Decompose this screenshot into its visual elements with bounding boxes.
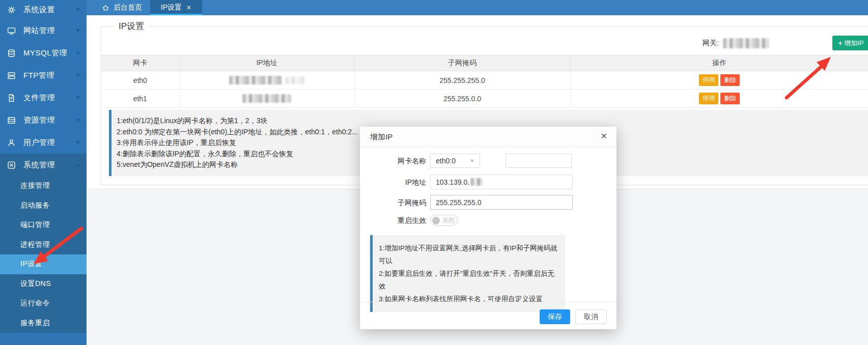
mask-cell: 255.255.0.0 xyxy=(354,90,570,108)
restart-row: 重启生效 关闭 xyxy=(360,215,617,226)
toggle-knob-icon xyxy=(432,217,440,224)
plus-icon: + xyxy=(838,39,843,47)
column-header: 子网掩码 xyxy=(354,55,570,71)
chevron-down-icon: ▼ xyxy=(75,95,81,100)
chevron-up-icon: ▲ xyxy=(75,162,81,167)
sidebar-subitem-运行命令[interactable]: 运行命令 xyxy=(0,294,87,313)
sidebar-subitem-进程管理[interactable]: 进程管理 xyxy=(0,235,87,255)
sidebar-subitem-启动服务[interactable]: 启动服务 xyxy=(0,196,87,216)
tab-close-icon[interactable]: ✕ xyxy=(186,4,191,11)
sidebar-item-FTP管理[interactable]: FTP管理▼ xyxy=(0,64,87,87)
ip-address-input[interactable]: 103.139.0. xyxy=(430,175,573,189)
sidebar-item-label: 系统管理 xyxy=(23,160,76,170)
sidebar-subitem-端口管理[interactable]: 端口管理 xyxy=(0,215,87,235)
add-ip-button-label: 增加IP xyxy=(844,39,863,48)
ip-cell-redacted xyxy=(179,90,354,108)
sidebar-subitem-IP设置[interactable]: IP设置 xyxy=(0,254,87,274)
home-icon xyxy=(102,4,109,12)
sidebar-item-label: 系统设置 xyxy=(23,5,76,15)
ip-table-header: 网卡IP地址子网掩码操作 xyxy=(101,55,868,71)
save-button[interactable]: 保存 xyxy=(540,309,570,324)
tab-active-label: IP设置 xyxy=(161,3,182,12)
file-icon xyxy=(7,94,16,102)
monitor-icon xyxy=(7,26,16,35)
database-icon xyxy=(7,49,16,58)
chevron-down-icon: ▼ xyxy=(75,7,81,12)
table-row: eth0255.255.255.0停用删除 xyxy=(101,71,868,90)
sidebar-item-网站管理[interactable]: 网站管理▼ xyxy=(0,19,87,42)
chevron-down-icon: ▼ xyxy=(75,28,81,33)
subnet-mask-value: 255.255.255.0 xyxy=(436,198,482,207)
sidebar-item-label: 用户管理 xyxy=(23,138,76,148)
nic-cell: eth1 xyxy=(101,90,179,108)
column-header: IP地址 xyxy=(179,55,354,71)
toggle-state-label: 关闭 xyxy=(442,216,455,225)
modal-title: 增加IP xyxy=(370,132,393,142)
nic-name-row: 网卡名称 eth0:0 ▼ 定义 xyxy=(360,154,617,168)
chevron-down-icon: ▼ xyxy=(75,73,81,78)
actions-cell: 停用删除 xyxy=(570,90,868,108)
ip-redacted-block xyxy=(285,77,304,84)
tools-icon xyxy=(7,161,16,169)
sidebar-item-系统设置[interactable]: 系统设置▼ xyxy=(0,0,87,19)
sidebar-item-label: 资源管理 xyxy=(23,116,76,125)
tab-ip-settings[interactable]: IP设置 ✕ xyxy=(150,0,202,15)
modal-notes-box: 1:增加IP地址不用设置网关,选择网卡后，有IP和子网掩码就可以2:如要重启后生… xyxy=(370,235,565,312)
sidebar-item-文件管理[interactable]: 文件管理▼ xyxy=(0,87,87,109)
chevron-down-icon: ▼ xyxy=(469,158,475,163)
column-header: 网卡 xyxy=(101,55,179,71)
ip-address-row: IP地址 103.139.0. xyxy=(360,175,617,189)
sidebar-item-用户管理[interactable]: 用户管理▼ xyxy=(0,131,87,154)
cancel-button[interactable]: 取消 xyxy=(575,309,607,324)
note-line: 2:如要重启后生效，请打开"重启生效"开关，否则重启后无效 xyxy=(379,267,560,293)
sidebar-item-系统管理[interactable]: 系统管理▲ xyxy=(0,154,87,176)
gear-icon xyxy=(7,6,16,14)
gateway-value-redacted xyxy=(723,38,769,48)
modal-close-icon[interactable]: ✕ xyxy=(601,132,607,140)
stop-ip-button[interactable]: 停用 xyxy=(699,93,718,104)
ip-address-value: 103.139.0. xyxy=(436,178,469,186)
nic-select-value: eth0:0 xyxy=(436,157,456,165)
tab-home-label: 后台首页 xyxy=(114,3,142,12)
sidebar-item-label: MYSQL管理 xyxy=(23,48,76,58)
ip-cell-redacted xyxy=(179,71,354,90)
chevron-down-icon: ▼ xyxy=(75,118,81,123)
note-line: 1:增加IP地址不用设置网关,选择网卡后，有IP和子网掩码就可以 xyxy=(379,242,560,267)
ip-redacted-block xyxy=(229,76,282,84)
nic-select[interactable]: eth0:0 ▼ xyxy=(430,154,480,168)
sidebar-filler xyxy=(0,333,87,345)
actions-cell: 停用删除 xyxy=(570,71,868,90)
table-row: eth1255.255.0.0停用删除 xyxy=(101,90,868,108)
ip-address-label: IP地址 xyxy=(360,178,426,187)
column-header: 操作 xyxy=(570,55,868,71)
delete-ip-button[interactable]: 删除 xyxy=(720,74,740,86)
sidebar-item-label: 网站管理 xyxy=(23,26,76,36)
tab-home[interactable]: 后台首页 xyxy=(97,0,147,15)
gateway-row: 网关: xyxy=(703,36,769,51)
nic-cell: eth0 xyxy=(101,71,179,90)
sidebar-subitem-服务重启[interactable]: 服务重启 xyxy=(0,313,87,333)
sidebar-item-label: 文件管理 xyxy=(23,93,76,103)
nic-name-label: 网卡名称 xyxy=(360,157,426,166)
sidebar-item-MYSQL管理[interactable]: MYSQL管理▼ xyxy=(0,42,87,64)
stop-ip-button[interactable]: 停用 xyxy=(699,74,718,86)
ip-redacted-block xyxy=(242,94,291,103)
subnet-mask-input[interactable]: 255.255.255.0 xyxy=(430,195,573,210)
sidebar-subitem-连接管理[interactable]: 连接管理 xyxy=(0,176,87,196)
topbar: 后台首页 IP设置 ✕ xyxy=(87,0,868,15)
restart-label: 重启生效 xyxy=(360,216,426,225)
subnet-mask-label: 子网掩码 xyxy=(360,198,426,208)
ip-table: 网卡IP地址子网掩码操作 eth0255.255.255.0停用删除eth125… xyxy=(101,55,868,108)
sidebar-item-资源管理[interactable]: 资源管理▼ xyxy=(0,109,87,131)
mask-cell: 255.255.255.0 xyxy=(354,71,570,90)
delete-ip-button[interactable]: 删除 xyxy=(720,93,740,104)
subnet-mask-row: 子网掩码 255.255.255.0 xyxy=(360,195,617,210)
sidebar: 系统设置▼网站管理▼MYSQL管理▼FTP管理▼文件管理▼资源管理▼用户管理▼系… xyxy=(0,0,87,345)
restart-toggle[interactable]: 关闭 xyxy=(430,215,458,226)
sidebar-subitem-设置DNS[interactable]: 设置DNS xyxy=(0,274,87,294)
add-ip-button[interactable]: + 增加IP xyxy=(832,36,868,50)
sidebar-item-label: FTP管理 xyxy=(23,71,76,80)
modal-header: 增加IP ✕ xyxy=(360,127,617,147)
chevron-down-icon: ▼ xyxy=(75,140,81,145)
custom-name-input[interactable] xyxy=(506,154,572,168)
